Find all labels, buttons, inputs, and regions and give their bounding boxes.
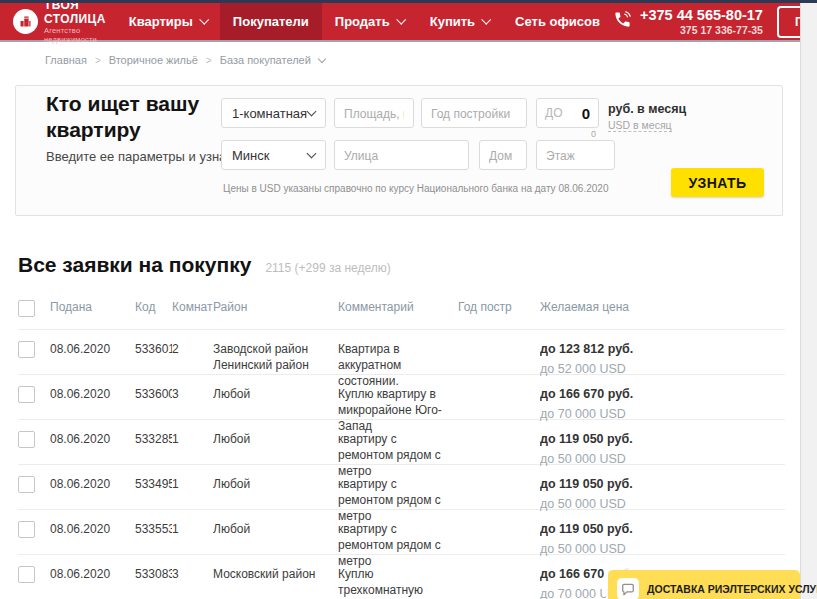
breadcrumb-separator: > — [206, 55, 212, 66]
cell-date: 08.06.2020 — [50, 521, 135, 537]
house-input[interactable] — [479, 140, 527, 170]
purchase-requests-section: Все заявки на покупку 2115 (+299 за неде… — [18, 253, 785, 599]
usd-rate-note: Цены в USD указаны справочно по курсу На… — [223, 183, 608, 194]
cell-price: до 123 812 руб. до 52 000 USD — [540, 341, 785, 378]
logo-text: ТВОЯ СТОЛИЦА Агентство недвижимости — [44, 0, 106, 44]
cell-comment: Куплю квартиру в микрорайоне Юго- Запад — [338, 386, 458, 435]
phone-primary[interactable]: +375 44 565-80-17 — [640, 7, 763, 24]
form-title: Кто ищет вашу квартиру — [46, 91, 241, 144]
nav-item-buy[interactable]: Купить — [417, 3, 502, 40]
phone-secondary[interactable]: 375 17 336-77-35 — [640, 24, 763, 36]
select-all-checkbox[interactable] — [18, 300, 35, 317]
nav-label: Квартиры — [129, 14, 193, 29]
year-built-input[interactable] — [421, 98, 527, 128]
main-nav: Квартиры Покупатели Продать Купить Сеть … — [116, 3, 613, 40]
nav-item-sell[interactable]: Продать — [322, 3, 417, 40]
price-usd: до 50 000 USD — [540, 541, 777, 558]
col-rooms: Комнат — [172, 298, 213, 314]
vertical-scrollbar[interactable] — [800, 3, 817, 599]
row-checkbox[interactable] — [18, 566, 35, 583]
cell-code: 533553 — [135, 521, 172, 537]
row-checkbox[interactable] — [18, 521, 35, 538]
breadcrumb-buyers-base[interactable]: База покупателей — [220, 54, 311, 66]
logo[interactable]: ТВОЯ СТОЛИЦА Агентство недвижимости — [13, 3, 106, 40]
row-checkbox[interactable] — [18, 341, 35, 358]
site-header: ТВОЯ СТОЛИЦА Агентство недвижимости Квар… — [0, 3, 800, 40]
phone-numbers: +375 44 565-80-17 375 17 336-77-35 — [640, 7, 763, 36]
area-input[interactable] — [334, 98, 414, 128]
cell-code: 533285 — [135, 431, 172, 447]
search-form-panel: Кто ищет вашу квартиру Введите ее параме… — [15, 85, 783, 216]
breadcrumb-home[interactable]: Главная — [45, 54, 87, 66]
phone-icon — [613, 10, 632, 33]
nav-label: Продать — [335, 14, 390, 29]
cell-district: Московский район — [213, 566, 338, 582]
price-usd: до 50 000 USD — [540, 451, 777, 468]
nav-item-offices[interactable]: Сеть офисов — [502, 3, 613, 40]
cell-price: до 119 050 руб. до 50 000 USD — [540, 521, 785, 558]
cell-comment: Куплю трехкомнатную квартиру. — [338, 566, 458, 599]
row-checkbox[interactable] — [18, 431, 35, 448]
phone-block: +375 44 565-80-17 375 17 336-77-35 — [613, 3, 763, 40]
listings-body: 08.06.2020 533601 2 Заводской район Лени… — [18, 329, 785, 599]
col-comment: Комментарий — [338, 298, 458, 314]
cell-date: 08.06.2020 — [50, 476, 135, 492]
cell-code: 533495 — [135, 476, 172, 492]
logo-subtitle: Агентство недвижимости — [44, 26, 106, 44]
cell-district: Любой — [213, 386, 338, 402]
cell-district: Заводской район Ленинский район — [213, 341, 338, 373]
row-checkbox[interactable] — [18, 386, 35, 403]
street-input[interactable] — [334, 140, 469, 170]
price-byn: до 119 050 руб. — [540, 431, 777, 448]
row-checkbox[interactable] — [18, 476, 35, 493]
rooms-select[interactable]: 1-комнатная — [221, 98, 326, 128]
cell-comment: квартиру с ремонтом рядом с метро — [338, 476, 458, 525]
realtor-services-delivery-widget[interactable]: ДОСТАВКА РИЭЛТЕРСКИХ УСЛУГ — [608, 570, 800, 599]
table-header-row: Подана Код Комнат Район Комментарий Год … — [18, 298, 785, 329]
cell-date: 08.06.2020 — [50, 566, 135, 582]
nav-label: Купить — [430, 14, 475, 29]
cell-price: до 119 050 руб. до 50 000 USD — [540, 431, 785, 468]
chat-bubble-icon — [617, 578, 639, 599]
chevron-down-icon — [396, 14, 406, 24]
rooms-select-value: 1-комнатная — [232, 106, 307, 121]
cell-district: Любой — [213, 476, 338, 492]
section-title: Все заявки на покупку — [18, 253, 251, 277]
find-out-button[interactable]: УЗНАТЬ — [671, 168, 764, 197]
badge-label: ДОСТАВКА РИЭЛТЕРСКИХ УСЛУГ — [647, 583, 817, 595]
cell-rooms: 1 — [172, 476, 213, 492]
breadcrumb-secondary-housing[interactable]: Вторичное жильё — [109, 54, 198, 66]
cell-date: 08.06.2020 — [50, 341, 135, 357]
col-district: Район — [213, 298, 338, 314]
floor-input[interactable] — [536, 140, 615, 170]
price-limit-input[interactable]: ДО 0 — [536, 98, 599, 128]
currency-rub-label: руб. в месяц — [608, 102, 686, 116]
nav-item-apartments[interactable]: Квартиры — [116, 3, 220, 40]
building-logo-icon — [13, 9, 38, 34]
nav-label: Сеть офисов — [515, 14, 600, 29]
currency-usd-toggle[interactable]: USD в месяц — [608, 119, 672, 132]
cell-date: 08.06.2020 — [50, 386, 135, 402]
cell-code: 533601 — [135, 341, 172, 357]
price-usd-value: 0 — [536, 129, 596, 139]
cell-comment: квартиру с ремонтом рядом с метро — [338, 431, 458, 480]
cell-district: Любой — [213, 431, 338, 447]
chevron-down-icon — [307, 107, 317, 117]
price-byn: до 119 050 руб. — [540, 476, 777, 493]
price-byn: до 166 670 руб. — [540, 386, 777, 403]
cell-rooms: 1 — [172, 431, 213, 447]
city-select-value: Минск — [232, 148, 269, 163]
cell-rooms: 1 — [172, 521, 213, 537]
cell-code: 533600 — [135, 386, 172, 402]
chevron-down-icon[interactable] — [318, 54, 326, 62]
chevron-down-icon — [481, 14, 491, 24]
price-usd: до 50 000 USD — [540, 496, 777, 513]
col-year: Год постр — [458, 298, 540, 314]
chevron-down-icon — [307, 149, 317, 159]
cell-comment: Квартира в аккуратном состоянии. — [338, 341, 458, 390]
cell-comment: квартиру с ремонтом рядом с метро — [338, 521, 458, 570]
city-select[interactable]: Минск — [221, 140, 326, 170]
cell-district: Любой — [213, 521, 338, 537]
nav-item-buyers[interactable]: Покупатели — [220, 3, 322, 40]
cell-rooms: 3 — [172, 386, 213, 402]
